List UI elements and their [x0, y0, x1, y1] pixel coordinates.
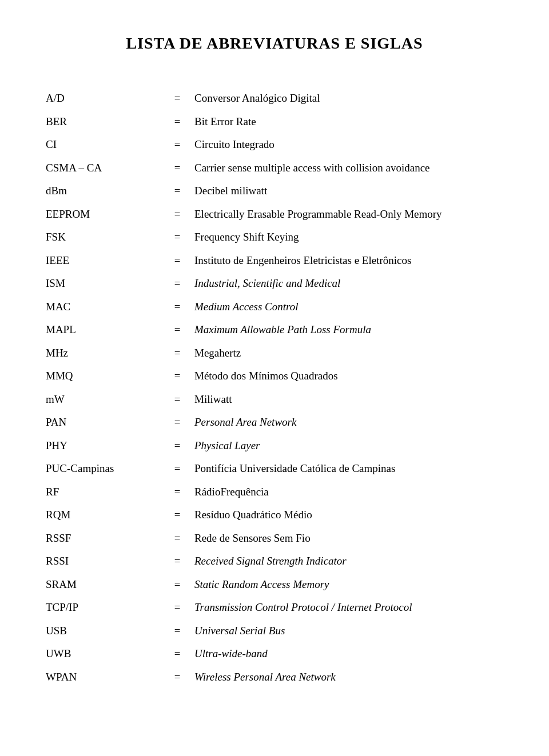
equals-sign: =	[160, 457, 194, 481]
abbreviation: MAC	[46, 295, 160, 319]
abbreviation: PHY	[46, 434, 160, 458]
equals-sign: =	[160, 133, 194, 157]
table-row: IEEE=Instituto de Engenheiros Eletricist…	[46, 249, 503, 273]
table-row: TCP/IP=Transmission Control Protocol / I…	[46, 596, 503, 619]
definition: Received Signal Strength Indicator	[194, 550, 503, 573]
abbreviation: RSSI	[46, 550, 160, 573]
table-row: CSMA – CA=Carrier sense multiple access …	[46, 157, 503, 180]
definition: Decibel miliwatt	[194, 179, 503, 203]
table-row: WPAN=Wireless Personal Area Network	[46, 666, 503, 689]
definition: Industrial, Scientific and Medical	[194, 272, 503, 295]
definition: Maximum Allowable Path Loss Formula	[194, 318, 503, 342]
abbreviation: CSMA – CA	[46, 157, 160, 180]
abbreviation: RF	[46, 481, 160, 504]
equals-sign: =	[160, 434, 194, 458]
definition: Bit Error Rate	[194, 110, 503, 134]
definition: Conversor Analógico Digital	[194, 87, 503, 110]
definition: Miliwatt	[194, 388, 503, 411]
equals-sign: =	[160, 87, 194, 110]
equals-sign: =	[160, 503, 194, 527]
definition: Instituto de Engenheiros Eletricistas e …	[194, 249, 503, 273]
abbreviation: MHz	[46, 342, 160, 365]
equals-sign: =	[160, 272, 194, 295]
equals-sign: =	[160, 365, 194, 388]
abbreviation: mW	[46, 388, 160, 411]
abbreviation: FSK	[46, 226, 160, 249]
equals-sign: =	[160, 573, 194, 597]
table-row: PAN=Personal Area Network	[46, 411, 503, 434]
acronym-table: A/D=Conversor Analógico DigitalBER=Bit E…	[46, 87, 503, 689]
definition: Circuito Integrado	[194, 133, 503, 157]
abbreviation: WPAN	[46, 666, 160, 689]
definition: Rede de Sensores Sem Fio	[194, 527, 503, 550]
table-row: RSSF=Rede de Sensores Sem Fio	[46, 527, 503, 550]
definition: Wireless Personal Area Network	[194, 666, 503, 689]
definition: Frequency Shift Keying	[194, 226, 503, 249]
abbreviation: RQM	[46, 503, 160, 527]
table-row: BER=Bit Error Rate	[46, 110, 503, 134]
equals-sign: =	[160, 179, 194, 203]
equals-sign: =	[160, 619, 194, 643]
equals-sign: =	[160, 203, 194, 226]
equals-sign: =	[160, 226, 194, 249]
table-row: PUC-Campinas=Pontifícia Universidade Cat…	[46, 457, 503, 481]
table-row: ISM=Industrial, Scientific and Medical	[46, 272, 503, 295]
equals-sign: =	[160, 157, 194, 180]
abbreviation: dBm	[46, 179, 160, 203]
table-row: RSSI=Received Signal Strength Indicator	[46, 550, 503, 573]
page-title: LISTA DE ABREVIATURAS E SIGLAS	[46, 34, 503, 53]
equals-sign: =	[160, 388, 194, 411]
table-row: USB=Universal Serial Bus	[46, 619, 503, 643]
equals-sign: =	[160, 110, 194, 134]
equals-sign: =	[160, 318, 194, 342]
definition: RádioFrequência	[194, 481, 503, 504]
table-row: FSK=Frequency Shift Keying	[46, 226, 503, 249]
table-row: MAC=Medium Access Control	[46, 295, 503, 319]
abbreviation: MAPL	[46, 318, 160, 342]
table-row: RF=RádioFrequência	[46, 481, 503, 504]
definition: Pontifícia Universidade Católica de Camp…	[194, 457, 503, 481]
definition: Personal Area Network	[194, 411, 503, 434]
definition: Método dos Mínimos Quadrados	[194, 365, 503, 388]
abbreviation: RSSF	[46, 527, 160, 550]
table-row: dBm=Decibel miliwatt	[46, 179, 503, 203]
equals-sign: =	[160, 411, 194, 434]
abbreviation: SRAM	[46, 573, 160, 597]
equals-sign: =	[160, 249, 194, 273]
abbreviation: BER	[46, 110, 160, 134]
equals-sign: =	[160, 481, 194, 504]
table-row: mW=Miliwatt	[46, 388, 503, 411]
table-row: MAPL=Maximum Allowable Path Loss Formula	[46, 318, 503, 342]
table-row: CI=Circuito Integrado	[46, 133, 503, 157]
abbreviation: ISM	[46, 272, 160, 295]
definition: Ultra-wide-band	[194, 642, 503, 666]
abbreviation: PUC-Campinas	[46, 457, 160, 481]
table-row: SRAM=Static Random Access Memory	[46, 573, 503, 597]
table-row: A/D=Conversor Analógico Digital	[46, 87, 503, 110]
definition: Megahertz	[194, 342, 503, 365]
abbreviation: USB	[46, 619, 160, 643]
definition: Electrically Erasable Programmable Read-…	[194, 203, 503, 226]
table-row: RQM=Resíduo Quadrático Médio	[46, 503, 503, 527]
abbreviation: EEPROM	[46, 203, 160, 226]
equals-sign: =	[160, 596, 194, 619]
abbreviation: IEEE	[46, 249, 160, 273]
abbreviation: UWB	[46, 642, 160, 666]
equals-sign: =	[160, 342, 194, 365]
equals-sign: =	[160, 642, 194, 666]
definition: Static Random Access Memory	[194, 573, 503, 597]
definition: Medium Access Control	[194, 295, 503, 319]
table-row: EEPROM=Electrically Erasable Programmabl…	[46, 203, 503, 226]
equals-sign: =	[160, 295, 194, 319]
definition: Universal Serial Bus	[194, 619, 503, 643]
abbreviation: CI	[46, 133, 160, 157]
table-row: MMQ=Método dos Mínimos Quadrados	[46, 365, 503, 388]
abbreviation: A/D	[46, 87, 160, 110]
abbreviation: TCP/IP	[46, 596, 160, 619]
definition: Transmission Control Protocol / Internet…	[194, 596, 503, 619]
equals-sign: =	[160, 666, 194, 689]
definition: Resíduo Quadrático Médio	[194, 503, 503, 527]
equals-sign: =	[160, 527, 194, 550]
table-row: UWB=Ultra-wide-band	[46, 642, 503, 666]
definition: Carrier sense multiple access with colli…	[194, 157, 503, 180]
